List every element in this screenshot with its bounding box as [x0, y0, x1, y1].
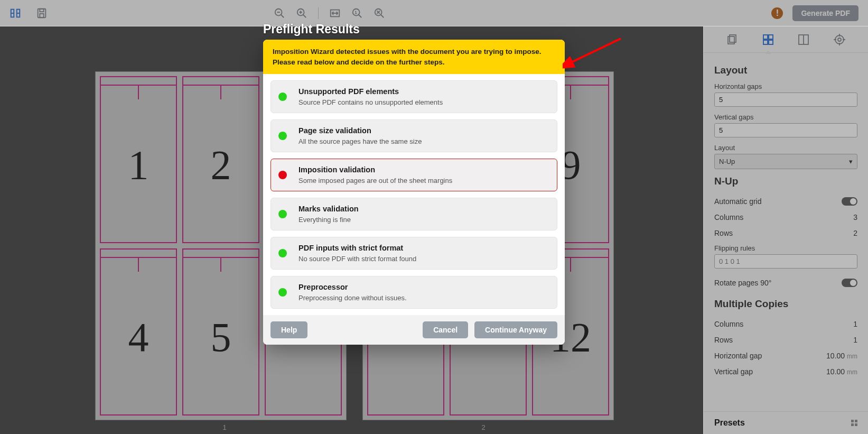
check-item[interactable]: PreprocessorPreprocessing done without i… — [270, 276, 557, 309]
help-button[interactable]: Help — [270, 321, 307, 338]
check-item[interactable]: PDF inputs with strict formatNo source P… — [270, 237, 557, 270]
status-error-icon — [278, 171, 287, 179]
check-title: Unsupported PDF elements — [298, 87, 443, 96]
check-item[interactable]: Marks validationEverything is fine — [270, 198, 557, 230]
modal-warning-banner: Imposition Wizard detected issues with t… — [263, 40, 565, 74]
check-desc: No source PDF with strict format found — [298, 255, 416, 263]
preflight-modal: Imposition Wizard detected issues with t… — [263, 40, 565, 345]
app-root: 1 ! Generate PDF 1 2 4 5 — [0, 0, 868, 434]
check-desc: Some imposed pages are out of the sheet … — [298, 177, 452, 184]
check-title: Marks validation — [298, 205, 359, 213]
status-ok-icon — [278, 288, 287, 297]
modal-footer: Help Cancel Continue Anyway — [263, 315, 565, 345]
status-ok-icon — [278, 210, 287, 218]
modal-title: Preflight Results — [263, 22, 360, 36]
preflight-check-list: Unsupported PDF elementsSource PDF conta… — [263, 74, 565, 315]
toolbar-dim-overlay — [0, 0, 868, 26]
check-title: PDF inputs with strict format — [298, 244, 416, 252]
top-toolbar: 1 ! Generate PDF — [0, 0, 868, 26]
check-desc: Everything is fine — [298, 216, 359, 224]
check-desc: Preprocessing done without issues. — [298, 294, 407, 302]
continue-anyway-button[interactable]: Continue Anyway — [474, 321, 557, 338]
inspector-panel: Layout Horizontal gaps Vertical gaps Lay… — [703, 26, 868, 434]
check-title: Page size validation — [298, 126, 422, 135]
check-title: Imposition validation — [298, 165, 452, 174]
check-title: Preprocessor — [298, 283, 407, 291]
status-ok-icon — [278, 93, 287, 101]
panel-dim-overlay — [704, 26, 868, 434]
status-ok-icon — [278, 132, 287, 140]
check-item[interactable]: Unsupported PDF elementsSource PDF conta… — [270, 80, 557, 113]
check-desc: Source PDF contains no unsupported eleme… — [298, 98, 443, 106]
check-item-error[interactable]: Imposition validationSome imposed pages … — [270, 159, 557, 191]
check-desc: All the source pages have the same size — [298, 137, 422, 145]
cancel-button[interactable]: Cancel — [423, 321, 468, 338]
status-ok-icon — [278, 249, 287, 257]
check-item[interactable]: Page size validationAll the source pages… — [270, 119, 557, 152]
